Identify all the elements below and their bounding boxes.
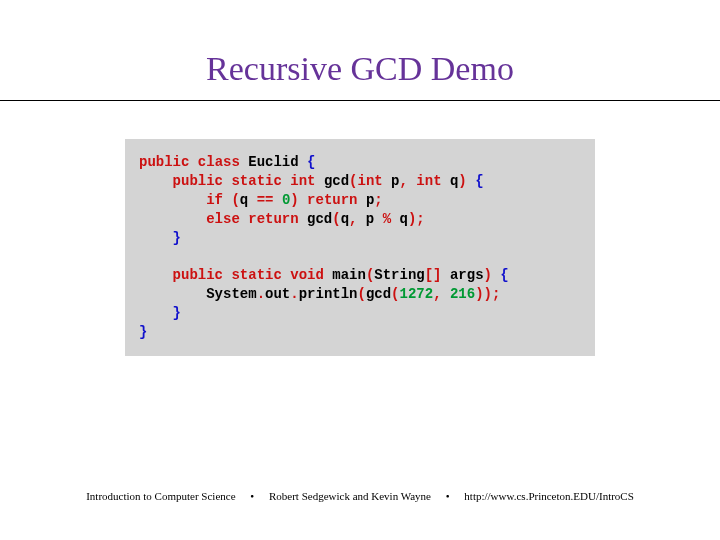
footer-mid: Robert Sedgewick and Kevin Wayne (269, 490, 431, 502)
footer: Introduction to Computer Science • Rober… (0, 490, 720, 502)
footer-dot: • (250, 490, 254, 502)
page-title: Recursive GCD Demo (0, 50, 720, 88)
footer-left: Introduction to Computer Science (86, 490, 235, 502)
footer-right: http://www.cs.Princeton.EDU/IntroCS (464, 490, 633, 502)
divider (0, 100, 720, 101)
code-block: public class Euclid { public static int … (125, 139, 595, 356)
footer-dot: • (446, 490, 450, 502)
